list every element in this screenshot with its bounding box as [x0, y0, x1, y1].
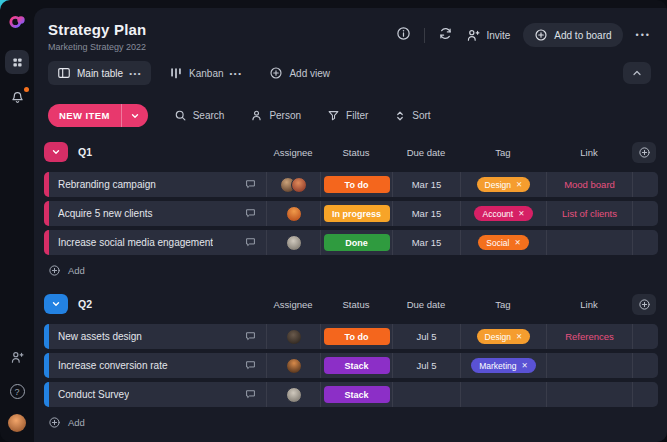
table-row[interactable]: Increase conversion rate Stack Jul 5	[44, 353, 658, 378]
tab-main-table-menu-icon[interactable]: •••	[129, 69, 142, 78]
sync-icon[interactable]	[438, 26, 453, 45]
tag-remove-icon[interactable]: ✕	[516, 180, 522, 189]
tag-cell[interactable]: Marketing✕	[460, 353, 546, 378]
new-item-caret-icon[interactable]	[122, 111, 148, 121]
filter-button[interactable]: Filter	[327, 109, 368, 122]
link-cell[interactable]	[546, 230, 632, 255]
tag-badge[interactable]: Marketing✕	[471, 358, 536, 373]
comment-icon[interactable]	[244, 330, 257, 343]
due-date-cell[interactable]: Jul 5	[392, 353, 460, 378]
status-cell[interactable]: Stack	[320, 353, 392, 378]
status-badge[interactable]: Stack	[324, 386, 390, 403]
status-cell[interactable]: To do	[320, 172, 392, 197]
comment-icon[interactable]	[244, 207, 257, 220]
board-menu-icon[interactable]: •••	[636, 30, 651, 40]
table-row[interactable]: Rebranding campaign To do Mar 15	[44, 172, 658, 197]
table-row[interactable]: Increase social media engagement Done Ma…	[44, 230, 658, 255]
tag-remove-icon[interactable]: ✕	[518, 209, 524, 218]
tag-badge[interactable]: Design✕	[477, 177, 531, 192]
due-date-cell[interactable]	[392, 382, 460, 407]
search-button[interactable]: Search	[174, 109, 225, 122]
avatar	[286, 206, 302, 222]
group-name[interactable]: Q1	[78, 146, 92, 158]
group-collapse-button[interactable]	[44, 294, 68, 314]
invite-members-icon[interactable]	[10, 350, 25, 369]
apps-grid-icon[interactable]	[5, 50, 29, 74]
add-view-button[interactable]: Add view	[260, 61, 339, 85]
invite-button[interactable]: Invite	[466, 28, 510, 43]
person-filter-button[interactable]: Person	[250, 109, 301, 122]
status-badge[interactable]: Done	[324, 234, 390, 251]
link-text[interactable]: Mood board	[564, 179, 615, 190]
status-badge[interactable]: In progress	[324, 205, 390, 222]
tag-cell[interactable]: Design✕	[460, 324, 546, 349]
due-date-cell[interactable]: Mar 15	[392, 201, 460, 226]
due-date-cell[interactable]: Jul 5	[392, 324, 460, 349]
item-name-cell[interactable]: Conduct Survey	[44, 382, 266, 407]
due-date-cell[interactable]: Mar 15	[392, 172, 460, 197]
item-name-cell[interactable]: Acquire 5 new clients	[44, 201, 266, 226]
link-text[interactable]: List of clients	[562, 208, 617, 219]
assignee-cell[interactable]	[266, 353, 320, 378]
tag-badge[interactable]: Social✕	[478, 235, 528, 250]
add-item-button[interactable]: Add	[44, 259, 658, 279]
info-icon[interactable]	[396, 26, 411, 45]
sort-button[interactable]: Sort	[394, 110, 430, 122]
due-date-cell[interactable]: Mar 15	[392, 230, 460, 255]
notifications-bell-icon[interactable]	[10, 90, 25, 105]
tag-cell[interactable]: Design✕	[460, 172, 546, 197]
item-name-cell[interactable]: Increase conversion rate	[44, 353, 266, 378]
status-cell[interactable]: To do	[320, 324, 392, 349]
tag-remove-icon[interactable]: ✕	[514, 238, 520, 247]
link-cell[interactable]: List of clients	[546, 201, 632, 226]
tag-cell[interactable]: Social✕	[460, 230, 546, 255]
link-cell[interactable]: Mood board	[546, 172, 632, 197]
assignee-cell[interactable]	[266, 172, 320, 197]
assignee-cell[interactable]	[266, 324, 320, 349]
tag-remove-icon[interactable]: ✕	[516, 332, 522, 341]
group-collapse-button[interactable]	[44, 142, 68, 162]
tag-badge[interactable]: Design✕	[477, 329, 531, 344]
table-row[interactable]: Acquire 5 new clients In progress Mar 15	[44, 201, 658, 226]
assignee-cell[interactable]	[266, 230, 320, 255]
item-name-cell[interactable]: Increase social media engagement	[44, 230, 266, 255]
comment-icon[interactable]	[244, 359, 257, 372]
column-header-assignee: Assignee	[266, 147, 320, 158]
comment-icon[interactable]	[244, 178, 257, 191]
tag-remove-icon[interactable]: ✕	[522, 361, 528, 370]
collapse-header-button[interactable]	[623, 62, 651, 84]
add-column-button[interactable]	[632, 294, 656, 315]
tag-cell[interactable]	[460, 382, 546, 407]
column-header-status: Status	[320, 147, 392, 158]
item-name-cell[interactable]: Rebranding campaign	[44, 172, 266, 197]
tag-cell[interactable]: Account✕	[460, 201, 546, 226]
status-cell[interactable]: Done	[320, 230, 392, 255]
table-row[interactable]: New assets design To do Jul 5	[44, 324, 658, 349]
add-item-button[interactable]: Add	[44, 411, 658, 431]
comment-icon[interactable]	[244, 236, 257, 249]
link-cell[interactable]	[546, 382, 632, 407]
add-column-button[interactable]	[632, 142, 656, 163]
assignee-cell[interactable]	[266, 382, 320, 407]
table-row[interactable]: Conduct Survey Stack	[44, 382, 658, 407]
status-badge[interactable]: To do	[324, 176, 390, 193]
status-badge[interactable]: To do	[324, 328, 390, 345]
new-item-button[interactable]: NEW ITEM	[48, 104, 148, 127]
group-name[interactable]: Q2	[78, 298, 92, 310]
link-cell[interactable]: References	[546, 324, 632, 349]
status-cell[interactable]: In progress	[320, 201, 392, 226]
add-to-board-button[interactable]: Add to board	[523, 23, 622, 47]
status-badge[interactable]: Stack	[324, 357, 390, 374]
link-cell[interactable]	[546, 353, 632, 378]
tab-main-table[interactable]: Main table •••	[48, 61, 151, 85]
help-icon[interactable]: ?	[10, 384, 25, 399]
user-avatar[interactable]	[8, 414, 26, 432]
tab-kanban-menu-icon[interactable]: •••	[230, 69, 243, 78]
tab-kanban[interactable]: Kanban •••	[160, 61, 251, 85]
item-name-cell[interactable]: New assets design	[44, 324, 266, 349]
assignee-cell[interactable]	[266, 201, 320, 226]
status-cell[interactable]: Stack	[320, 382, 392, 407]
link-text[interactable]: References	[565, 331, 614, 342]
comment-icon[interactable]	[244, 388, 257, 401]
tag-badge[interactable]: Account✕	[474, 206, 532, 221]
